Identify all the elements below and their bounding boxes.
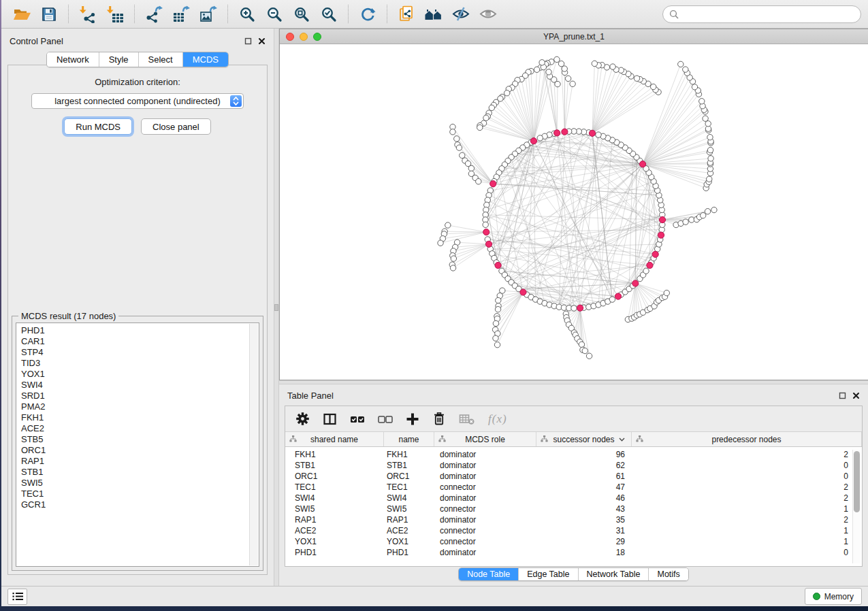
tab-mcds[interactable]: MCDS: [182, 52, 228, 67]
function-builder-icon[interactable]: f(x): [488, 412, 507, 426]
table-cell: TEC1: [285, 482, 384, 492]
network-view-window: YPA_prune.txt_1: [279, 29, 868, 380]
vertical-splitter[interactable]: [274, 29, 279, 586]
tab-edge-table[interactable]: Edge Table: [518, 568, 577, 580]
table-cell: connector: [434, 526, 536, 535]
table-cell: dominator: [434, 515, 536, 525]
close-panel-button[interactable]: Close panel: [141, 118, 211, 135]
table-row[interactable]: YOX1YOX1connector291: [285, 536, 862, 547]
first-neighbors-icon[interactable]: [423, 4, 444, 24]
column-settings-icon[interactable]: [295, 412, 310, 426]
tab-node-table[interactable]: Node Table: [459, 568, 518, 580]
mcds-result-item[interactable]: STB1: [21, 467, 259, 478]
tab-select[interactable]: Select: [138, 52, 182, 67]
deselect-all-icon[interactable]: [378, 412, 393, 426]
mcds-result-list[interactable]: PHD1CAR1STP4TID3YOX1SWI4SRD1PMA2FKH1ACE2…: [16, 323, 259, 567]
import-table-icon[interactable]: [105, 4, 125, 24]
mcds-result-item[interactable]: TEC1: [21, 489, 259, 499]
mcds-result-item[interactable]: RAP1: [21, 456, 259, 467]
splitter-grip[interactable]: [274, 304, 278, 311]
hide-selected-icon[interactable]: [451, 4, 471, 24]
table-cell: ORC1: [285, 472, 384, 481]
export-network-icon[interactable]: [144, 4, 164, 24]
open-session-icon[interactable]: [12, 4, 32, 24]
run-mcds-button[interactable]: Run MCDS: [64, 118, 132, 135]
mcds-result-item[interactable]: GCR1: [21, 499, 259, 510]
table-row[interactable]: ORC1ORC1dominator610: [285, 471, 862, 482]
mcds-result-item[interactable]: STB5: [21, 434, 259, 445]
tab-network[interactable]: Network: [47, 52, 99, 67]
float-panel-icon[interactable]: [244, 37, 252, 45]
table-row[interactable]: SWI4SWI4dominator462: [285, 493, 862, 503]
table-row[interactable]: RAP1RAP1dominator352: [285, 514, 862, 525]
mcds-result-item[interactable]: PMA2: [21, 401, 259, 412]
table-scrollbar-thumb[interactable]: [854, 451, 860, 512]
mcds-result-item[interactable]: ORC1: [21, 445, 259, 456]
search-input[interactable]: [683, 8, 854, 20]
delete-row-icon[interactable]: [432, 412, 446, 426]
memory-button[interactable]: Memory: [805, 588, 862, 605]
mcds-result-item[interactable]: PHD1: [21, 325, 259, 336]
tab-motifs[interactable]: Motifs: [648, 568, 688, 580]
toolbar-separator: [387, 5, 387, 23]
task-history-button[interactable]: [7, 589, 27, 605]
column-header-name[interactable]: name: [384, 432, 434, 446]
table-row[interactable]: TEC1TEC1connector472: [285, 482, 862, 493]
show-all-icon[interactable]: [478, 4, 498, 24]
search-box[interactable]: [662, 5, 861, 23]
table-cell: ORC1: [384, 472, 434, 481]
delete-table-icon[interactable]: [459, 412, 475, 426]
maximize-window-icon[interactable]: [313, 33, 321, 41]
table-cell: RAP1: [285, 515, 384, 525]
close-window-icon[interactable]: [286, 33, 294, 41]
column-header-successor-nodes[interactable]: successor nodes: [536, 432, 632, 446]
table-cell: STB1: [384, 461, 434, 470]
mcds-result-item[interactable]: YOX1: [21, 369, 259, 380]
table-row[interactable]: PHD1PHD1dominator180: [285, 547, 862, 558]
add-row-icon[interactable]: [406, 412, 419, 426]
select-all-icon[interactable]: [350, 412, 365, 426]
mcds-result-item[interactable]: TID3: [21, 358, 259, 369]
table-row[interactable]: FKH1FKH1dominator962: [285, 449, 862, 460]
export-table-icon[interactable]: [171, 4, 191, 24]
column-header-MCDS-role[interactable]: MCDS role: [434, 432, 536, 446]
table-cell: dominator: [434, 461, 536, 470]
export-image-icon[interactable]: [198, 4, 219, 24]
zoom-selected-icon[interactable]: [319, 4, 339, 24]
column-header-shared-name[interactable]: shared name: [285, 432, 384, 446]
mcds-result-item[interactable]: SRD1: [21, 391, 259, 401]
table-cell: 0: [632, 472, 862, 481]
column-header-predecessor-nodes[interactable]: predecessor nodes: [632, 432, 862, 446]
zoom-fit-icon[interactable]: [291, 4, 312, 24]
save-session-icon[interactable]: [39, 4, 59, 24]
show-columns-icon[interactable]: [323, 412, 337, 426]
zoom-in-icon[interactable]: [237, 4, 257, 24]
table-row[interactable]: STB1STB1dominator620: [285, 460, 862, 471]
mcds-result-item[interactable]: SWI5: [21, 478, 259, 489]
network-view-titlebar[interactable]: YPA_prune.txt_1: [280, 29, 868, 44]
network-canvas[interactable]: [280, 44, 868, 380]
tab-style[interactable]: Style: [99, 52, 138, 67]
mcds-result-item[interactable]: CAR1: [21, 336, 259, 347]
table-row[interactable]: ACE2ACE2connector311: [285, 525, 862, 536]
mcds-result-item[interactable]: FKH1: [21, 412, 259, 423]
close-table-panel-icon[interactable]: [852, 392, 860, 399]
tab-network-table[interactable]: Network Table: [578, 568, 649, 580]
close-panel-icon[interactable]: [258, 37, 266, 45]
mcds-result-item[interactable]: ACE2: [21, 423, 259, 434]
table-row[interactable]: SWI5SWI5connector431: [285, 503, 862, 514]
memory-label: Memory: [824, 592, 854, 601]
apply-layout-icon[interactable]: [357, 4, 378, 24]
import-network-icon[interactable]: [78, 4, 98, 24]
table-scrollbar[interactable]: [852, 450, 861, 563]
export-to-web-icon[interactable]: [396, 4, 417, 24]
result-list-scrollbar[interactable]: [249, 324, 258, 565]
float-table-panel-icon[interactable]: [839, 392, 846, 399]
minimize-window-icon[interactable]: [300, 33, 308, 41]
network-view-title: YPA_prune.txt_1: [543, 32, 605, 42]
mcds-result-item[interactable]: SWI4: [21, 380, 259, 391]
mcds-result-item[interactable]: STP4: [21, 347, 259, 358]
select-stepper-icon: [230, 95, 242, 107]
zoom-out-icon[interactable]: [264, 4, 285, 24]
optimization-criterion-select[interactable]: largest connected component (undirected): [31, 93, 244, 109]
